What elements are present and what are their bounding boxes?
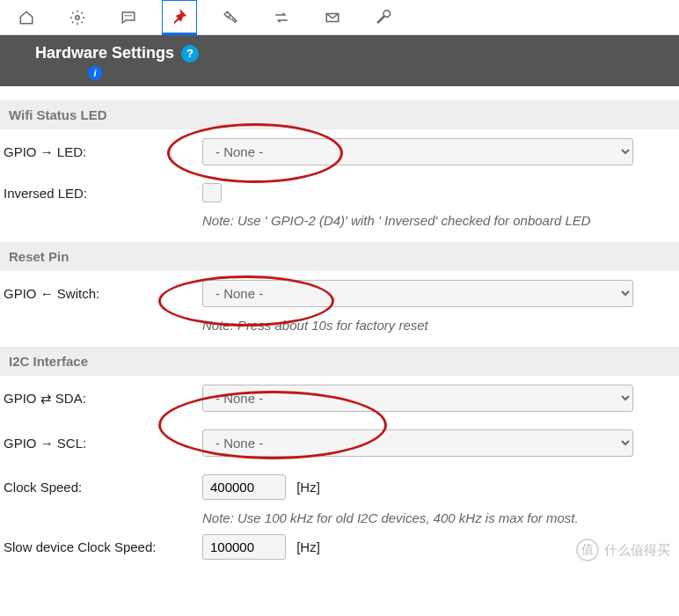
- label-switch: GPIO ← Switch:: [0, 286, 202, 301]
- select-sda[interactable]: - None -: [202, 385, 633, 412]
- watermark-badge-icon: 值: [576, 539, 599, 561]
- watermark-text: 什么值得买: [604, 542, 670, 559]
- checkbox-inversed-led[interactable]: [202, 183, 222, 202]
- section-wifi-led: Wifi Status LED: [0, 100, 679, 129]
- select-gpio-led[interactable]: - None -: [202, 138, 633, 165]
- chat-icon[interactable]: [111, 0, 146, 35]
- label-clock-speed: Clock Speed:: [0, 480, 202, 495]
- row-gpio-led: GPIO → LED: - None -: [0, 129, 679, 174]
- label-gpio-led: GPIO → LED:: [0, 144, 202, 159]
- input-clock-speed[interactable]: [202, 474, 286, 500]
- help-icon[interactable]: ?: [181, 45, 199, 62]
- plug-icon[interactable]: [213, 0, 248, 35]
- select-switch[interactable]: - None -: [202, 280, 633, 307]
- app-root: Hardware Settings ? i Wifi Status LED GP…: [0, 0, 679, 568]
- home-icon[interactable]: [9, 0, 44, 35]
- page-header: Hardware Settings ? i: [0, 35, 679, 86]
- label-slow-clock: Slow device Clock Speed:: [0, 539, 202, 554]
- row-sda: GPIO ⇄ SDA: - None -: [0, 376, 679, 421]
- top-toolbar: [0, 0, 679, 35]
- row-clock-speed: Clock Speed: [Hz]: [0, 466, 679, 509]
- wrench-icon[interactable]: [366, 0, 401, 35]
- label-scl: GPIO → SCL:: [0, 436, 202, 451]
- row-scl: GPIO → SCL: - None -: [0, 421, 679, 466]
- unit-clock: [Hz]: [296, 480, 320, 495]
- unit-slow-clock: [Hz]: [296, 539, 320, 554]
- note-clock: Note: Use 100 kHz for old I2C devices, 4…: [0, 509, 679, 525]
- note-wifi-led: Note: Use ' GPIO-2 (D4)' with ' Inversed…: [0, 211, 679, 228]
- row-inversed-led: Inversed LED:: [0, 174, 679, 211]
- page-title: Hardware Settings: [35, 44, 174, 62]
- gear-icon[interactable]: [60, 0, 95, 35]
- input-slow-clock[interactable]: [202, 534, 286, 560]
- label-sda: GPIO ⇄ SDA:: [0, 391, 202, 407]
- watermark: 值 什么值得买: [576, 539, 670, 561]
- section-i2c: I2C Interface: [0, 347, 679, 376]
- svg-point-0: [76, 15, 80, 19]
- mail-icon[interactable]: [315, 0, 350, 35]
- select-scl[interactable]: - None -: [202, 429, 633, 457]
- label-inversed-led: Inversed LED:: [0, 186, 202, 201]
- transfer-icon[interactable]: [264, 0, 299, 35]
- row-switch: GPIO ← Switch: - None -: [0, 271, 679, 316]
- section-reset-pin: Reset Pin: [0, 242, 679, 271]
- pin-icon[interactable]: [162, 0, 197, 35]
- info-icon[interactable]: i: [88, 66, 102, 80]
- note-reset: Note: Press about 10s for factory reset: [0, 316, 679, 333]
